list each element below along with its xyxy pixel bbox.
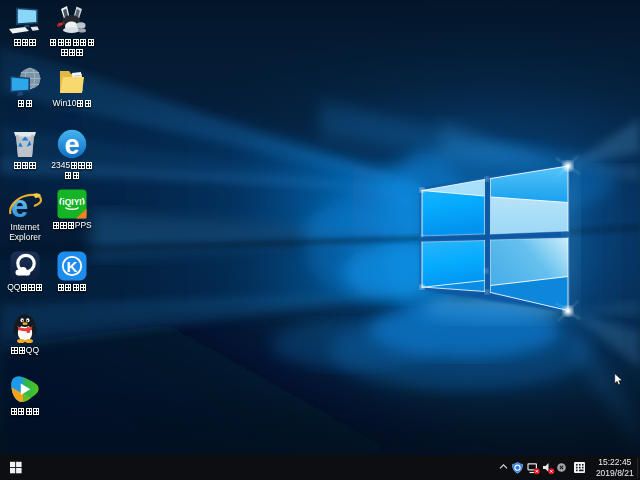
svg-text:2019/8/21: 2019/8/21 (596, 468, 634, 478)
svg-text:iQIYI: iQIYI (62, 197, 81, 207)
svg-text:15:22:45: 15:22:45 (598, 457, 631, 467)
svg-text:K: K (67, 258, 78, 275)
svg-text:e: e (64, 130, 79, 160)
